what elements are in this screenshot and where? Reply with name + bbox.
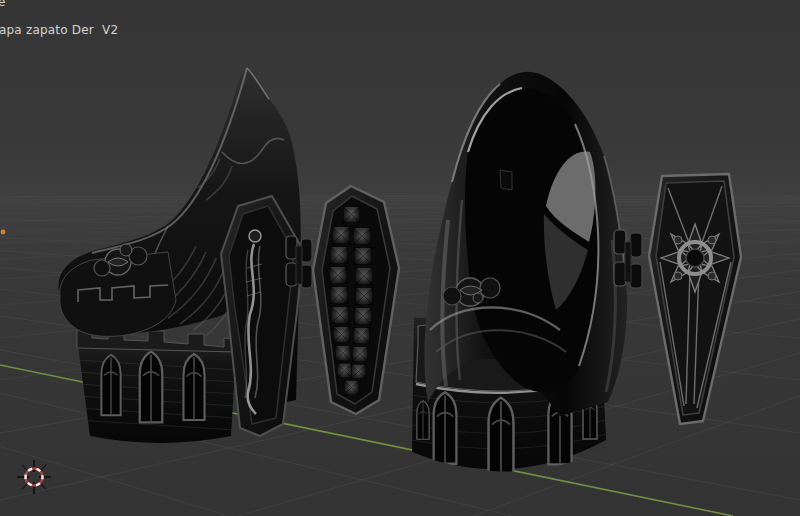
rosette-ornament xyxy=(661,224,729,292)
rosette-coffin-lid[interactable] xyxy=(649,174,741,424)
overlay-collection-partial: e xyxy=(0,0,5,8)
overlay-object-name: apa zapato Der V2 xyxy=(0,24,118,36)
studded-coffin-lid[interactable] xyxy=(313,186,399,414)
viewport-canvas xyxy=(0,0,800,516)
left-castle-base xyxy=(77,330,236,443)
object-origin-dot xyxy=(1,230,6,235)
left-shoe[interactable] xyxy=(58,68,312,443)
3d-cursor-icon xyxy=(17,460,51,494)
right-shoe-body xyxy=(424,72,627,416)
3d-viewport[interactable]: e apa zapato Der V2 xyxy=(0,0,800,516)
right-shoe[interactable] xyxy=(412,72,642,476)
